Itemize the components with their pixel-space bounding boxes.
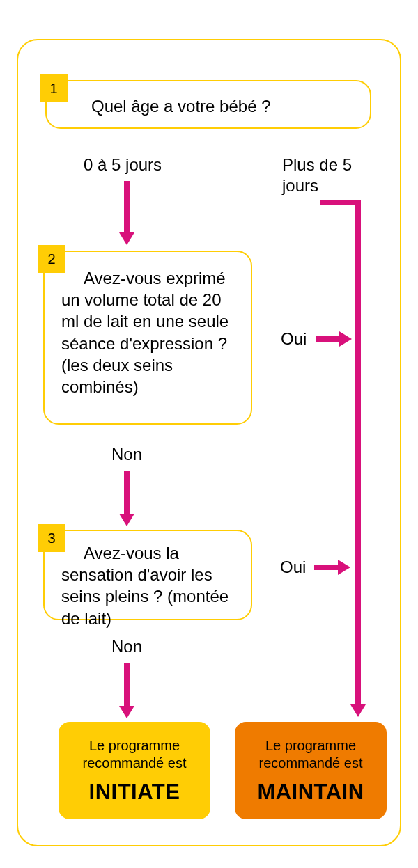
question-box-3: 3 Avez-vous la sensation d'avoir les sei…	[43, 530, 252, 620]
question-box-1: 1 Quel âge a votre bébé ?	[45, 80, 371, 129]
question-badge-2: 2	[38, 245, 65, 273]
arrow-q2-to-q3-head	[119, 514, 134, 526]
right-trunk-arrow-head	[350, 704, 366, 717]
result-box-maintain: Le programme recommandé est MAINTAIN	[235, 722, 387, 819]
question-text-2: Avez-vous exprimé un volume total de 20 …	[61, 267, 235, 397]
question-badge-1: 1	[40, 74, 68, 102]
branch-label-no-1: Non	[111, 444, 142, 465]
branch-label-plus-5-days: Plus de 5 jours	[282, 155, 373, 196]
question-text-1: Quel âge a votre bébé ?	[91, 97, 271, 116]
arrow-yes-2-line	[314, 565, 338, 570]
arrow-q3-to-initiate-line	[124, 663, 130, 706]
arrow-q2-to-q3-line	[124, 471, 130, 514]
branch-label-yes-1: Oui	[281, 329, 307, 349]
result-box-initiate: Le programme recommandé est INITIATE	[59, 722, 210, 819]
result-intro-maintain: Le programme recommandé est	[259, 738, 363, 771]
result-intro-initiate: Le programme recommandé est	[83, 738, 187, 771]
branch-label-0-5-days: 0 à 5 jours	[84, 155, 162, 175]
question-text-3: Avez-vous la sensation d'avoir les seins…	[61, 542, 235, 629]
arrow-to-q2-line	[124, 181, 130, 232]
branch-label-no-2: Non	[111, 636, 142, 657]
arrow-yes-2-head	[338, 560, 350, 575]
result-value-maintain: MAINTAIN	[235, 779, 387, 806]
arrow-q3-to-initiate-head	[119, 706, 134, 718]
arrow-yes-1-line	[316, 336, 339, 342]
result-value-initiate: INITIATE	[59, 779, 210, 806]
right-trunk-vertical	[355, 200, 361, 704]
arrow-yes-1-head	[339, 331, 352, 347]
question-badge-3: 3	[38, 524, 65, 552]
diagram-stage: 1 Quel âge a votre bébé ? 0 à 5 jours Pl…	[0, 0, 418, 868]
arrow-to-q2-head	[119, 232, 134, 245]
branch-label-yes-2: Oui	[280, 557, 306, 578]
question-box-2: 2 Avez-vous exprimé un volume total de 2…	[43, 251, 252, 425]
